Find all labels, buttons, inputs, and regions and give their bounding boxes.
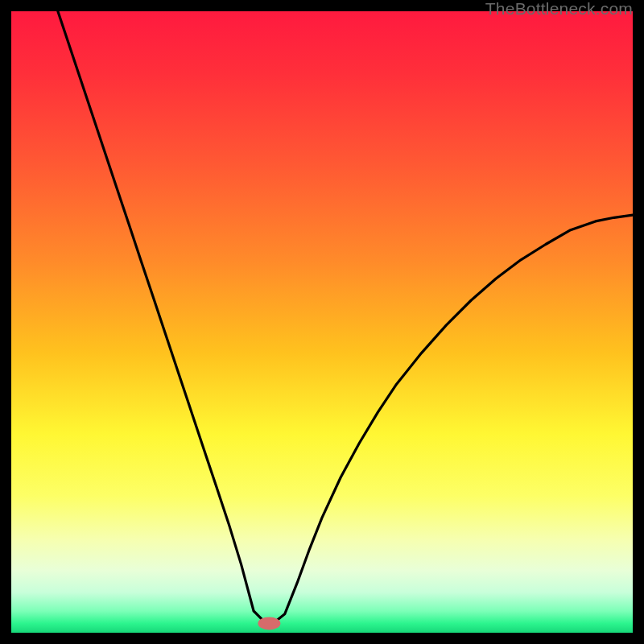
chart-frame [11, 11, 633, 633]
gradient-background [11, 11, 633, 633]
bottleneck-chart [11, 11, 633, 633]
optimal-marker [258, 617, 280, 630]
watermark-text: TheBottleneck.com [485, 0, 633, 17]
